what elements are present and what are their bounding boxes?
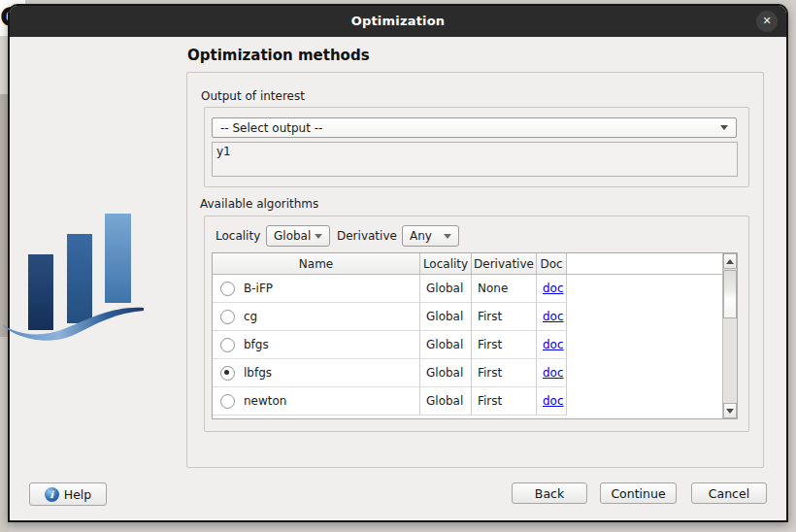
row-filler xyxy=(567,275,737,303)
row-filler xyxy=(567,303,737,331)
derivative-combo-value: Any xyxy=(410,229,432,243)
algorithm-rows: B-iFPGlobalNonedoccgGlobalFirstdocbfgsGl… xyxy=(213,275,737,416)
chevron-down-icon xyxy=(444,234,451,239)
back-button-label: Back xyxy=(535,486,564,501)
algorithm-doc-cell: doc xyxy=(537,359,567,387)
doc-link[interactable]: doc xyxy=(543,282,564,295)
algorithm-locality-cell: Global xyxy=(420,303,472,331)
available-algorithms-label: Available algorithms xyxy=(200,197,318,211)
doc-link[interactable]: doc xyxy=(543,338,564,351)
locality-combo-value: Global xyxy=(274,229,311,243)
dialog-title: Optimization xyxy=(10,14,786,28)
row-filler xyxy=(567,387,737,416)
algorithm-name-cell: newton xyxy=(213,387,420,416)
algorithm-locality-cell: Global xyxy=(420,275,472,303)
doc-link[interactable]: doc xyxy=(543,394,564,408)
table-scrollbar[interactable] xyxy=(722,253,737,418)
cancel-button-label: Cancel xyxy=(709,486,749,501)
algorithm-radio[interactable] xyxy=(220,338,235,352)
algorithm-name-cell: lbfgs xyxy=(213,359,420,387)
scrollbar-thumb[interactable] xyxy=(723,270,737,318)
locality-combo[interactable]: Global xyxy=(266,225,330,247)
column-header-doc[interactable]: Doc xyxy=(537,253,567,274)
scroll-up-button[interactable] xyxy=(723,253,737,269)
algorithm-derivative-cell: First xyxy=(472,359,537,387)
table-row[interactable]: bfgsGlobalFirstdoc xyxy=(213,331,737,359)
chevron-down-icon xyxy=(720,125,728,130)
info-icon: i xyxy=(45,487,59,502)
algorithm-name-cell: cg xyxy=(213,303,420,331)
algorithm-locality-cell: Global xyxy=(420,387,472,416)
selected-output-field[interactable]: y1 xyxy=(212,142,738,177)
algorithm-name-cell: bfgs xyxy=(213,331,420,359)
algorithm-name: lbfgs xyxy=(244,366,272,380)
algorithm-doc-cell: doc xyxy=(537,331,567,359)
chevron-down-icon xyxy=(315,234,322,239)
help-button-label: Help xyxy=(64,487,92,502)
algorithm-name: bfgs xyxy=(244,338,269,351)
row-filler xyxy=(567,359,737,387)
logo-bar-3 xyxy=(105,214,131,303)
output-select[interactable]: -- Select output -- xyxy=(212,117,737,138)
table-header: Name Locality Derivative Doc xyxy=(213,253,737,275)
derivative-combo[interactable]: Any xyxy=(402,225,459,247)
algorithms-table: Name Locality Derivative Doc B-iFPGlobal… xyxy=(212,252,738,419)
help-button[interactable]: i Help xyxy=(29,482,107,506)
algorithm-derivative-cell: None xyxy=(472,275,537,303)
continue-button-label: Continue xyxy=(611,486,665,501)
close-icon: ✕ xyxy=(756,11,778,32)
table-row[interactable]: B-iFPGlobalNonedoc xyxy=(213,275,737,303)
output-of-interest-label: Output of interest xyxy=(201,89,305,103)
logo-bar-2 xyxy=(67,234,92,323)
algorithm-derivative-cell: First xyxy=(472,303,537,331)
algorithm-doc-cell: doc xyxy=(537,275,567,303)
dialog-titlebar[interactable]: Optimization ✕ xyxy=(10,6,786,37)
output-select-value: -- Select output -- xyxy=(220,121,720,135)
algorithm-locality-cell: Global xyxy=(420,331,472,359)
cancel-button[interactable]: Cancel xyxy=(691,482,767,504)
page-title: Optimization methods xyxy=(187,47,370,64)
algorithm-derivative-cell: First xyxy=(472,387,537,416)
continue-button[interactable]: Continue xyxy=(600,482,677,504)
table-row[interactable]: cgGlobalFirstdoc xyxy=(213,303,737,331)
doc-link[interactable]: doc xyxy=(543,366,564,380)
algorithm-radio[interactable] xyxy=(220,366,235,381)
table-row[interactable]: newtonGlobalFirstdoc xyxy=(213,387,737,416)
algorithm-name: cg xyxy=(244,310,257,323)
arrow-up-icon xyxy=(726,259,734,264)
screen: C Optimization ✕ Optimization methods Ou… xyxy=(0,0,796,532)
app-logo xyxy=(0,210,148,346)
row-filler xyxy=(567,331,737,359)
algorithm-name-cell: B-iFP xyxy=(213,275,420,303)
column-header-filler xyxy=(567,253,737,274)
derivative-label: Derivative xyxy=(337,229,397,243)
table-row[interactable]: lbfgsGlobalFirstdoc xyxy=(213,359,737,387)
algorithm-name: B-iFP xyxy=(244,282,273,295)
algorithm-radio[interactable] xyxy=(220,282,235,296)
locality-label: Locality xyxy=(216,229,260,243)
algorithm-doc-cell: doc xyxy=(537,303,567,331)
algorithm-name: newton xyxy=(244,394,286,408)
logo-bar-1 xyxy=(28,254,53,330)
algorithm-doc-cell: doc xyxy=(537,387,567,416)
close-button[interactable]: ✕ xyxy=(756,11,778,32)
arrow-down-icon xyxy=(726,409,734,414)
algorithm-locality-cell: Global xyxy=(420,359,472,387)
column-header-derivative[interactable]: Derivative xyxy=(472,253,537,274)
algorithm-derivative-cell: First xyxy=(472,331,537,359)
column-header-locality[interactable]: Locality xyxy=(420,253,472,274)
algorithm-radio[interactable] xyxy=(220,310,235,324)
scroll-down-button[interactable] xyxy=(723,403,737,418)
back-button[interactable]: Back xyxy=(512,482,587,504)
column-header-name[interactable]: Name xyxy=(213,253,420,274)
doc-link[interactable]: doc xyxy=(543,310,564,323)
algorithm-radio[interactable] xyxy=(220,394,235,409)
